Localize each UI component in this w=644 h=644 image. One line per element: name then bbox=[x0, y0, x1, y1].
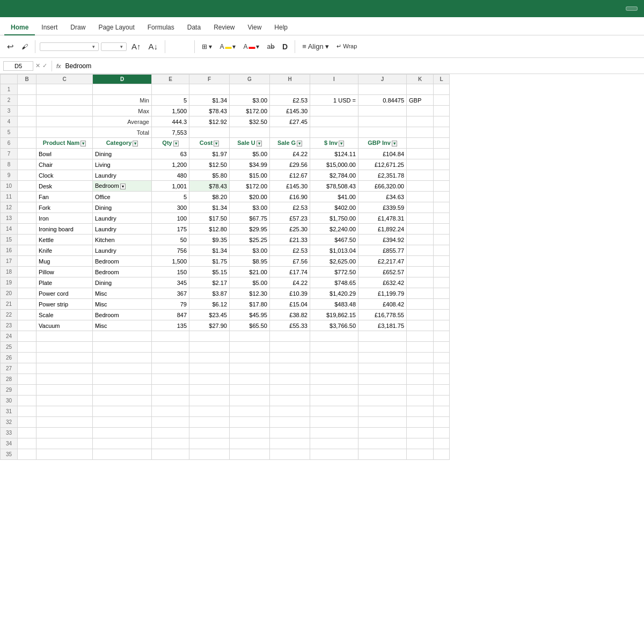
cell-row9-col10[interactable] bbox=[434, 170, 450, 181]
cell-row17-col9[interactable] bbox=[407, 256, 434, 267]
cell-row17-col5[interactable]: $8.95 bbox=[230, 256, 270, 267]
empty-cell[interactable] bbox=[230, 353, 270, 363]
empty-cell[interactable] bbox=[36, 406, 93, 417]
header-category[interactable]: Category▾ bbox=[93, 138, 152, 149]
empty-cell[interactable] bbox=[36, 331, 93, 342]
tab-review[interactable]: Review bbox=[207, 20, 241, 35]
cell-row15-col4[interactable]: $9.35 bbox=[189, 235, 230, 245]
empty-cell[interactable] bbox=[189, 342, 230, 353]
cell-row13-col9[interactable] bbox=[407, 213, 434, 224]
cell-f3[interactable]: $78.43 bbox=[189, 106, 230, 116]
cell-row13-col5[interactable]: $67.75 bbox=[230, 213, 270, 224]
cell-row19-col10[interactable] bbox=[434, 277, 450, 288]
cell-row9-col5[interactable]: $15.00 bbox=[230, 170, 270, 181]
cell-row19-col6[interactable]: £4.22 bbox=[270, 277, 310, 288]
cell-row9-col4[interactable]: $5.80 bbox=[189, 170, 230, 181]
empty-cell[interactable] bbox=[18, 363, 36, 374]
empty-cell[interactable] bbox=[270, 438, 310, 449]
cell-row14-col5[interactable]: $29.95 bbox=[230, 224, 270, 235]
cell-row19-col2[interactable]: Dining bbox=[93, 277, 152, 288]
empty-cell[interactable] bbox=[434, 374, 450, 385]
filter-qty-icon[interactable]: ▾ bbox=[173, 141, 179, 147]
cell-l1[interactable] bbox=[434, 84, 450, 95]
empty-cell[interactable] bbox=[230, 396, 270, 406]
cell-row7-col8[interactable]: £104.84 bbox=[358, 149, 407, 159]
cell-row11-col0[interactable] bbox=[18, 192, 36, 202]
cell-l3[interactable] bbox=[434, 106, 450, 116]
empty-cell[interactable] bbox=[152, 353, 189, 363]
cell-row14-col0[interactable] bbox=[18, 224, 36, 235]
spreadsheet-container[interactable]: B C D E F G H I J K L 1 bbox=[0, 74, 644, 644]
strikethrough-button[interactable]: ab̶ bbox=[264, 41, 277, 52]
empty-cell[interactable] bbox=[18, 396, 36, 406]
cell-row23-col7[interactable]: $3,766.50 bbox=[310, 320, 358, 331]
empty-cell[interactable] bbox=[434, 449, 450, 460]
empty-cell[interactable] bbox=[93, 417, 152, 428]
cell-b3[interactable] bbox=[18, 106, 36, 116]
cell-row14-col8[interactable]: £1,892.24 bbox=[358, 224, 407, 235]
empty-cell[interactable] bbox=[93, 385, 152, 396]
cell-row15-col6[interactable]: £21.33 bbox=[270, 235, 310, 245]
empty-cell[interactable] bbox=[93, 374, 152, 385]
cell-row22-col3[interactable]: 847 bbox=[152, 310, 189, 320]
empty-cell[interactable] bbox=[358, 396, 407, 406]
cell-row23-col4[interactable]: $27.90 bbox=[189, 320, 230, 331]
header-saleu[interactable]: Sale U▾ bbox=[230, 138, 270, 149]
cell-row11-col8[interactable]: £34.63 bbox=[358, 192, 407, 202]
underline-button[interactable] bbox=[185, 45, 190, 48]
col-header-f[interactable]: F bbox=[189, 75, 230, 84]
cell-row15-col5[interactable]: $25.25 bbox=[230, 235, 270, 245]
cell-e5[interactable]: 7,553 bbox=[152, 127, 189, 138]
empty-cell[interactable] bbox=[93, 406, 152, 417]
cell-k4[interactable] bbox=[407, 116, 434, 127]
cell-row16-col7[interactable]: $1,013.04 bbox=[310, 245, 358, 256]
empty-cell[interactable] bbox=[270, 449, 310, 460]
cell-row22-col2[interactable]: Bedroom bbox=[93, 310, 152, 320]
font-increase-icon[interactable]: A↑ bbox=[129, 40, 144, 53]
empty-cell[interactable] bbox=[189, 406, 230, 417]
empty-cell[interactable] bbox=[36, 428, 93, 438]
cell-row9-col0[interactable] bbox=[18, 170, 36, 181]
filter-saleg-icon[interactable]: ▾ bbox=[297, 141, 302, 147]
cell-row19-col4[interactable]: $2.17 bbox=[189, 277, 230, 288]
cell-row17-col0[interactable] bbox=[18, 256, 36, 267]
cell-row22-col6[interactable]: £38.82 bbox=[270, 310, 310, 320]
col-header-b[interactable]: B bbox=[18, 75, 36, 84]
cell-row22-col8[interactable]: £16,778.55 bbox=[358, 310, 407, 320]
cell-b1[interactable] bbox=[18, 84, 36, 95]
cell-row20-col3[interactable]: 367 bbox=[152, 288, 189, 299]
cell-row10-col7[interactable]: $78,508.43 bbox=[310, 181, 358, 192]
empty-cell[interactable] bbox=[152, 396, 189, 406]
empty-cell[interactable] bbox=[270, 363, 310, 374]
cell-row13-col8[interactable]: £1,478.31 bbox=[358, 213, 407, 224]
cell-e4[interactable]: 444.3 bbox=[152, 116, 189, 127]
cell-row16-col3[interactable]: 756 bbox=[152, 245, 189, 256]
cell-row8-col1[interactable]: Chair bbox=[36, 159, 93, 170]
cell-g1[interactable] bbox=[230, 84, 270, 95]
cell-row16-col4[interactable]: $1.34 bbox=[189, 245, 230, 256]
empty-cell[interactable] bbox=[270, 428, 310, 438]
bold-button[interactable] bbox=[170, 45, 175, 48]
cell-row13-col10[interactable] bbox=[434, 213, 450, 224]
empty-cell[interactable] bbox=[36, 385, 93, 396]
col-header-l[interactable]: L bbox=[434, 75, 450, 84]
cell-row8-col4[interactable]: $12.50 bbox=[189, 159, 230, 170]
cell-k6[interactable] bbox=[407, 138, 434, 149]
empty-cell[interactable] bbox=[189, 438, 230, 449]
cell-i5[interactable] bbox=[310, 127, 358, 138]
cell-row18-col7[interactable]: $772.50 bbox=[310, 267, 358, 277]
cell-row17-col10[interactable] bbox=[434, 256, 450, 267]
empty-cell[interactable] bbox=[36, 342, 93, 353]
tab-draw[interactable]: Draw bbox=[64, 20, 92, 35]
cell-row19-col5[interactable]: $5.00 bbox=[230, 277, 270, 288]
cell-row18-col1[interactable]: Pillow bbox=[36, 267, 93, 277]
cell-row21-col3[interactable]: 79 bbox=[152, 299, 189, 310]
cell-row12-col6[interactable]: £2.53 bbox=[270, 202, 310, 213]
header-inv-d[interactable]: $ Inv▾ bbox=[310, 138, 358, 149]
fill-color-button[interactable]: A▬ ▾ bbox=[217, 41, 238, 52]
empty-cell[interactable] bbox=[270, 342, 310, 353]
cell-row22-col4[interactable]: $23.45 bbox=[189, 310, 230, 320]
header-inv-g[interactable]: GBP Inv▾ bbox=[358, 138, 407, 149]
empty-cell[interactable] bbox=[270, 353, 310, 363]
cell-row20-col5[interactable]: $12.30 bbox=[230, 288, 270, 299]
